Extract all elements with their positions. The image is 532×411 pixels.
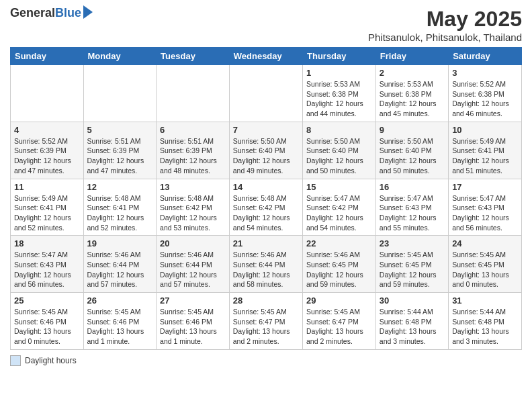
day-detail: Sunrise: 5:52 AMSunset: 6:39 PMDaylight:… <box>14 136 80 176</box>
day-number: 11 <box>14 182 80 192</box>
day-detail: Sunrise: 5:47 AMSunset: 6:42 PMDaylight:… <box>306 193 372 233</box>
day-detail: Sunrise: 5:46 AMSunset: 6:45 PMDaylight:… <box>306 250 372 289</box>
day-number: 14 <box>233 182 299 192</box>
day-detail: Sunrise: 5:46 AMSunset: 6:44 PMDaylight:… <box>87 250 153 289</box>
calendar-cell: 10Sunrise: 5:49 AMSunset: 6:41 PMDayligh… <box>449 122 522 179</box>
calendar-header-sunday: Sunday <box>11 48 84 65</box>
day-detail: Sunrise: 5:51 AMSunset: 6:39 PMDaylight:… <box>87 136 153 176</box>
calendar-header-row: SundayMondayTuesdayWednesdayThursdayFrid… <box>11 48 522 65</box>
day-number: 1 <box>306 68 372 78</box>
day-number: 8 <box>306 125 372 135</box>
day-detail: Sunrise: 5:45 AMSunset: 6:46 PMDaylight:… <box>87 307 153 347</box>
day-number: 12 <box>87 182 153 192</box>
day-detail: Sunrise: 5:48 AMSunset: 6:42 PMDaylight:… <box>160 193 226 233</box>
day-number: 2 <box>380 68 445 78</box>
calendar-cell: 21Sunrise: 5:46 AMSunset: 6:44 PMDayligh… <box>229 236 302 293</box>
day-detail: Sunrise: 5:45 AMSunset: 6:45 PMDaylight:… <box>380 250 445 289</box>
day-detail: Sunrise: 5:47 AMSunset: 6:43 PMDaylight:… <box>452 193 518 233</box>
calendar-cell <box>83 65 157 122</box>
calendar-week-row: 25Sunrise: 5:45 AMSunset: 6:46 PMDayligh… <box>11 293 522 350</box>
calendar-cell: 17Sunrise: 5:47 AMSunset: 6:43 PMDayligh… <box>449 179 522 236</box>
calendar-cell: 31Sunrise: 5:44 AMSunset: 6:48 PMDayligh… <box>449 293 522 350</box>
day-number: 20 <box>160 238 226 248</box>
calendar-cell: 3Sunrise: 5:52 AMSunset: 6:38 PMDaylight… <box>449 65 522 122</box>
day-detail: Sunrise: 5:45 AMSunset: 6:46 PMDaylight:… <box>160 307 226 347</box>
calendar-cell: 11Sunrise: 5:49 AMSunset: 6:41 PMDayligh… <box>11 179 84 236</box>
calendar-week-row: 11Sunrise: 5:49 AMSunset: 6:41 PMDayligh… <box>11 179 522 236</box>
page-title: May 2025 <box>368 7 522 32</box>
day-detail: Sunrise: 5:52 AMSunset: 6:38 PMDaylight:… <box>452 79 518 119</box>
calendar-cell: 4Sunrise: 5:52 AMSunset: 6:39 PMDaylight… <box>11 122 84 179</box>
day-detail: Sunrise: 5:49 AMSunset: 6:41 PMDaylight:… <box>14 193 80 233</box>
day-number: 21 <box>233 238 299 248</box>
logo-general: General <box>10 7 55 20</box>
day-number: 5 <box>87 125 153 135</box>
calendar-header-friday: Friday <box>375 48 448 65</box>
day-detail: Sunrise: 5:50 AMSunset: 6:40 PMDaylight:… <box>306 136 372 176</box>
day-number: 13 <box>160 182 226 192</box>
calendar-cell: 15Sunrise: 5:47 AMSunset: 6:42 PMDayligh… <box>303 179 376 236</box>
day-detail: Sunrise: 5:44 AMSunset: 6:48 PMDaylight:… <box>452 307 518 347</box>
calendar-cell: 8Sunrise: 5:50 AMSunset: 6:40 PMDaylight… <box>303 122 376 179</box>
calendar-cell: 1Sunrise: 5:53 AMSunset: 6:38 PMDaylight… <box>303 65 376 122</box>
calendar-cell: 30Sunrise: 5:44 AMSunset: 6:48 PMDayligh… <box>375 293 448 350</box>
calendar-cell <box>229 65 302 122</box>
calendar-header-wednesday: Wednesday <box>229 48 302 65</box>
calendar-cell: 25Sunrise: 5:45 AMSunset: 6:46 PMDayligh… <box>11 293 84 350</box>
page-header: General Blue May 2025 Phitsanulok, Phits… <box>10 7 522 43</box>
legend-box <box>10 355 21 366</box>
day-number: 26 <box>87 295 153 306</box>
day-detail: Sunrise: 5:44 AMSunset: 6:48 PMDaylight:… <box>380 307 445 347</box>
calendar-cell: 24Sunrise: 5:45 AMSunset: 6:45 PMDayligh… <box>449 236 522 293</box>
calendar-week-row: 18Sunrise: 5:47 AMSunset: 6:43 PMDayligh… <box>11 236 522 293</box>
logo-blue: Blue <box>55 7 81 20</box>
calendar-cell: 27Sunrise: 5:45 AMSunset: 6:46 PMDayligh… <box>157 293 230 350</box>
legend-label: Daylight hours <box>25 356 77 365</box>
calendar-cell: 14Sunrise: 5:48 AMSunset: 6:42 PMDayligh… <box>229 179 302 236</box>
legend: Daylight hours <box>10 355 522 366</box>
calendar-cell: 16Sunrise: 5:47 AMSunset: 6:43 PMDayligh… <box>375 179 448 236</box>
calendar-header-saturday: Saturday <box>449 48 522 65</box>
day-detail: Sunrise: 5:45 AMSunset: 6:47 PMDaylight:… <box>233 307 299 347</box>
calendar-table: SundayMondayTuesdayWednesdayThursdayFrid… <box>10 47 522 350</box>
day-number: 18 <box>14 238 80 248</box>
calendar-cell: 23Sunrise: 5:45 AMSunset: 6:45 PMDayligh… <box>375 236 448 293</box>
day-detail: Sunrise: 5:51 AMSunset: 6:39 PMDaylight:… <box>160 136 226 176</box>
day-detail: Sunrise: 5:45 AMSunset: 6:45 PMDaylight:… <box>452 250 518 289</box>
logo: General Blue <box>10 7 93 20</box>
calendar-cell: 28Sunrise: 5:45 AMSunset: 6:47 PMDayligh… <box>229 293 302 350</box>
day-number: 3 <box>452 68 518 78</box>
day-number: 24 <box>452 238 518 248</box>
day-detail: Sunrise: 5:50 AMSunset: 6:40 PMDaylight:… <box>233 136 299 176</box>
day-number: 27 <box>160 295 226 306</box>
day-number: 25 <box>14 295 80 306</box>
day-detail: Sunrise: 5:48 AMSunset: 6:41 PMDaylight:… <box>87 193 153 233</box>
calendar-cell: 5Sunrise: 5:51 AMSunset: 6:39 PMDaylight… <box>83 122 157 179</box>
calendar-cell: 20Sunrise: 5:46 AMSunset: 6:44 PMDayligh… <box>157 236 230 293</box>
logo-arrow-icon <box>83 5 93 19</box>
day-number: 7 <box>233 125 299 135</box>
day-number: 30 <box>380 295 445 306</box>
day-number: 15 <box>306 182 372 192</box>
calendar-cell <box>11 65 84 122</box>
day-detail: Sunrise: 5:50 AMSunset: 6:40 PMDaylight:… <box>380 136 445 176</box>
calendar-week-row: 1Sunrise: 5:53 AMSunset: 6:38 PMDaylight… <box>11 65 522 122</box>
calendar-week-row: 4Sunrise: 5:52 AMSunset: 6:39 PMDaylight… <box>11 122 522 179</box>
day-detail: Sunrise: 5:46 AMSunset: 6:44 PMDaylight:… <box>160 250 226 289</box>
day-number: 22 <box>306 238 372 248</box>
title-block: May 2025 Phitsanulok, Phitsanulok, Thail… <box>368 7 522 43</box>
day-number: 6 <box>160 125 226 135</box>
calendar-cell: 19Sunrise: 5:46 AMSunset: 6:44 PMDayligh… <box>83 236 157 293</box>
calendar-cell: 2Sunrise: 5:53 AMSunset: 6:38 PMDaylight… <box>375 65 448 122</box>
day-detail: Sunrise: 5:53 AMSunset: 6:38 PMDaylight:… <box>380 79 445 119</box>
page-subtitle: Phitsanulok, Phitsanulok, Thailand <box>368 32 522 43</box>
day-number: 16 <box>380 182 445 192</box>
calendar-cell: 9Sunrise: 5:50 AMSunset: 6:40 PMDaylight… <box>375 122 448 179</box>
calendar-header-tuesday: Tuesday <box>157 48 230 65</box>
day-detail: Sunrise: 5:46 AMSunset: 6:44 PMDaylight:… <box>233 250 299 289</box>
calendar-cell: 13Sunrise: 5:48 AMSunset: 6:42 PMDayligh… <box>157 179 230 236</box>
calendar-cell: 12Sunrise: 5:48 AMSunset: 6:41 PMDayligh… <box>83 179 157 236</box>
day-number: 19 <box>87 238 153 248</box>
calendar-header-monday: Monday <box>83 48 157 65</box>
day-detail: Sunrise: 5:53 AMSunset: 6:38 PMDaylight:… <box>306 79 372 119</box>
